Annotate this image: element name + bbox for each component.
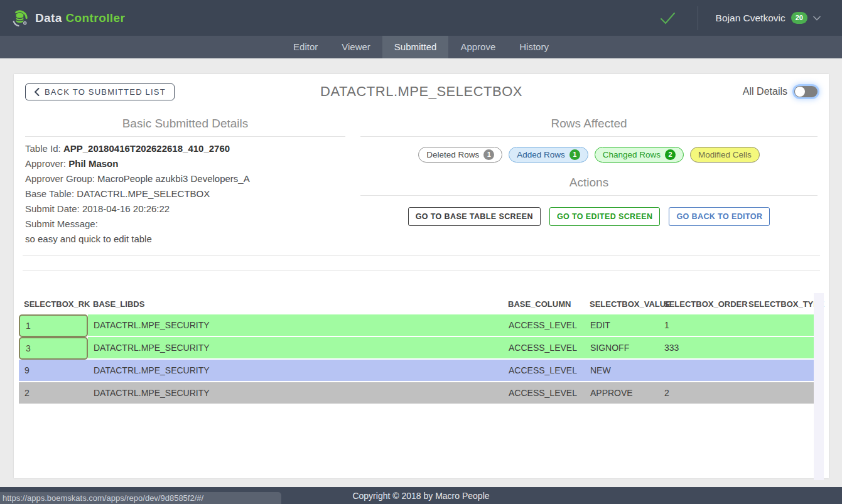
- col-header-base-column: BASE_COLUMN: [503, 293, 585, 314]
- field-approver-group: Approver Group: MacroPeople azukbi3 Deve…: [25, 171, 345, 186]
- added-rows-count-badge: 1: [569, 149, 580, 160]
- chevron-left-icon: [34, 88, 40, 96]
- data-table: SELECTBOX_RK BASE_LIBDS BASE_COLUMN SELE…: [19, 293, 814, 405]
- user-menu[interactable]: Bojan Cvetkovic 20: [716, 12, 832, 24]
- divider: [25, 136, 345, 137]
- toggle-knob: [795, 87, 805, 97]
- rows-affected-section: Rows Affected Deleted Rows 1 Added Rows …: [360, 109, 818, 226]
- check-icon: [659, 11, 676, 25]
- table-row: 1 DATACTRL.MPE_SECURITY ACCESS_LEVEL EDI…: [19, 314, 814, 337]
- table-row: 3 DATACTRL.MPE_SECURITY ACCESS_LEVEL SIG…: [19, 337, 814, 360]
- go-back-to-editor-button[interactable]: GO BACK TO EDITOR: [669, 207, 770, 226]
- tab-viewer[interactable]: Viewer: [330, 36, 382, 58]
- modified-cells-pill[interactable]: Modified Cells: [690, 147, 760, 163]
- tab-history[interactable]: History: [507, 36, 561, 58]
- field-submit-date: Submit Date: 2018-04-16 20:26:22: [25, 201, 345, 217]
- chevron-down-icon: [813, 16, 821, 21]
- added-rows-pill[interactable]: Added Rows 1: [509, 147, 588, 163]
- tab-submitted[interactable]: Submitted: [382, 36, 449, 58]
- table-row: 9 DATACTRL.MPE_SECURITY ACCESS_LEVEL NEW: [19, 360, 814, 382]
- basic-details-heading: Basic Submitted Details: [25, 117, 345, 131]
- deleted-rows-pill[interactable]: Deleted Rows 1: [418, 147, 502, 163]
- copyright-text: Copyright © 2018 by Macro People: [352, 491, 489, 501]
- submit-message-text: so easy and quick to edit table: [25, 232, 345, 247]
- table-scrollbar-track[interactable]: [814, 293, 824, 480]
- go-to-edited-screen-button[interactable]: GO TO EDITED SCREEN: [549, 207, 661, 226]
- divider: [360, 195, 818, 196]
- modified-cell: 1: [19, 314, 88, 337]
- col-header-base-libds: BASE_LIBDS: [88, 293, 503, 314]
- field-base-table: Base Table: DATACTRL.MPE_SELECTBOX: [25, 186, 345, 201]
- header-divider: [698, 6, 698, 30]
- col-header-selectbox-type: SELECTBOX_TYPE: [743, 293, 814, 314]
- tab-editor[interactable]: Editor: [281, 36, 330, 58]
- actions-heading: Actions: [360, 176, 818, 190]
- main-nav: Editor Viewer Submitted Approve History: [0, 36, 842, 58]
- all-details-toggle[interactable]: [794, 86, 818, 97]
- deleted-rows-count-badge: 1: [483, 149, 494, 160]
- field-submit-message: Submit Message:: [25, 217, 345, 232]
- notification-count-badge: 20: [791, 12, 807, 24]
- changed-rows-count-badge: 2: [665, 149, 676, 160]
- app-title: Data Controller: [35, 11, 125, 25]
- table-header-row: SELECTBOX_RK BASE_LIBDS BASE_COLUMN SELE…: [19, 293, 814, 314]
- go-to-base-table-screen-button[interactable]: GO TO BASE TABLE SCREEN: [408, 207, 541, 226]
- card-toolbar: BACK TO SUBMITTED LIST DATACTRL.MPE_SELE…: [14, 74, 829, 109]
- modified-cell: 3: [19, 337, 88, 360]
- divider: [23, 255, 820, 256]
- browser-link-preview: https://apps.boemskats.com/apps/repo/dev…: [0, 492, 281, 504]
- tab-approve[interactable]: Approve: [448, 36, 507, 58]
- database-sync-icon: [10, 8, 30, 28]
- rows-affected-heading: Rows Affected: [360, 117, 818, 131]
- all-details-label: All Details: [743, 86, 787, 97]
- top-bar: Data Controller Bojan Cvetkovic 20: [0, 0, 842, 36]
- table-row: 2 DATACTRL.MPE_SECURITY ACCESS_LEVEL APP…: [19, 382, 814, 405]
- divider: [360, 136, 818, 137]
- user-name: Bojan Cvetkovic: [716, 13, 785, 24]
- submitted-data-grid: SELECTBOX_RK BASE_LIBDS BASE_COLUMN SELE…: [19, 293, 824, 481]
- basic-submitted-details-section: Basic Submitted Details Table Id: APP_20…: [25, 109, 345, 247]
- page-title: DATACTRL.MPE_SELECTBOX: [320, 83, 522, 100]
- changed-rows-pill[interactable]: Changed Rows 2: [595, 147, 684, 163]
- field-table-id: Table Id: APP_20180416T202622618_410_276…: [25, 141, 345, 156]
- col-header-selectbox-order: SELECTBOX_ORDER: [659, 293, 743, 314]
- app-logo[interactable]: Data Controller: [10, 8, 125, 28]
- field-approver: Approver: Phil Mason: [25, 156, 345, 171]
- rows-affected-pills: Deleted Rows 1 Added Rows 1 Changed Rows…: [360, 147, 818, 163]
- divider: [23, 270, 820, 271]
- action-buttons: GO TO BASE TABLE SCREEN GO TO EDITED SCR…: [360, 207, 818, 226]
- content-card: BACK TO SUBMITTED LIST DATACTRL.MPE_SELE…: [14, 74, 829, 478]
- col-header-selectbox-rk: SELECTBOX_RK: [19, 293, 88, 314]
- back-to-submitted-list-button[interactable]: BACK TO SUBMITTED LIST: [25, 83, 175, 100]
- col-header-selectbox-value: SELECTBOX_VALUE: [585, 293, 659, 314]
